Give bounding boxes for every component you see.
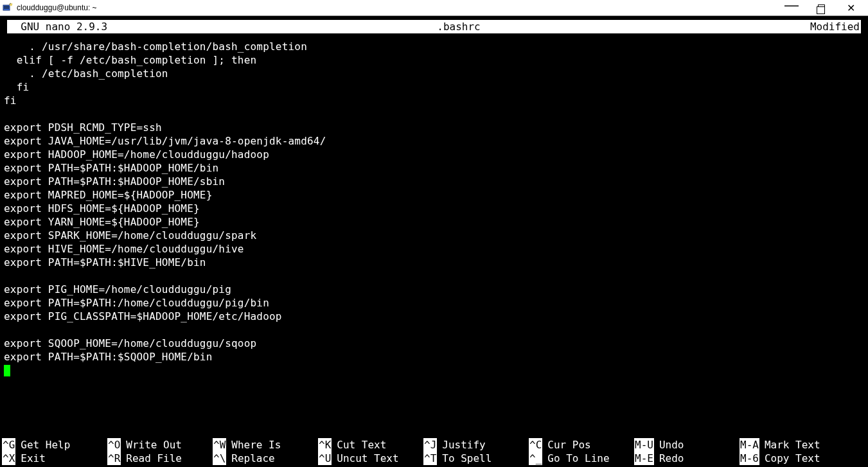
shortcut-label: Where Is [231, 438, 281, 452]
shortcut-label: Justify [442, 438, 485, 452]
shortcut-label: Read File [126, 452, 182, 465]
editor-line [4, 269, 864, 283]
shortcut-label: Exit [21, 452, 46, 465]
shortcut-row-1: ^GGet Help^OWrite Out^WWhere Is^KCut Tex… [2, 438, 866, 452]
nano-header-bar: GNU nano 2.9.3 .bashrc Modified [7, 20, 861, 33]
shortcut-key: M-E [634, 452, 654, 465]
shortcut-label: Get Help [21, 438, 70, 452]
shortcut-item: ^WWhere Is [213, 438, 318, 452]
shortcut-key: ^C [529, 438, 542, 452]
editor-line: export HIVE_HOME=/home/cloudduggu/hive [4, 242, 864, 256]
svg-rect-1 [4, 6, 9, 9]
shortcut-key: ^K [318, 438, 332, 452]
shortcut-key: ^T [423, 452, 437, 465]
editor-line: export PATH=$PATH:$HADOOP_HOME/sbin [4, 175, 864, 188]
editor-line: export SQOOP_HOME=/home/cloudduggu/sqoop [4, 337, 864, 350]
shortcut-label: Write Out [126, 438, 182, 452]
shortcut-item: ^XExit [2, 452, 107, 465]
editor-content[interactable]: . /usr/share/bash-completion/bash_comple… [2, 33, 866, 377]
shortcut-item: ^KCut Text [318, 438, 423, 452]
nano-filename: .bashrc [107, 20, 810, 33]
terminal-area[interactable]: GNU nano 2.9.3 .bashrc Modified . /usr/s… [0, 16, 868, 467]
editor-line: export YARN_HOME=${HADOOP_HOME} [4, 215, 864, 229]
shortcut-item: ^OWrite Out [107, 438, 213, 452]
editor-line: export SPARK_HOME=/home/cloudduggu/spark [4, 229, 864, 242]
shortcut-key: ^R [107, 452, 121, 465]
editor-line: export HADOOP_HOME=/home/cloudduggu/hado… [4, 148, 864, 161]
editor-line [4, 107, 864, 121]
shortcut-label: Mark Text [765, 438, 820, 452]
shortcut-key: ^W [213, 438, 226, 452]
editor-line: export PATH=$PATH:$SQOOP_HOME/bin [4, 350, 864, 364]
shortcut-label: Redo [659, 452, 684, 465]
shortcut-item: ^\Replace [213, 452, 318, 465]
editor-line: export PATH=$PATH:$HADOOP_HOME/bin [4, 161, 864, 175]
close-button[interactable]: ✕ [836, 0, 865, 15]
editor-line: export PATH=$PATH:/home/cloudduggu/pig/b… [4, 296, 864, 310]
maximize-button[interactable] [806, 0, 836, 15]
shortcut-key: ^G [2, 438, 15, 452]
nano-app-name: GNU nano 2.9.3 [8, 20, 107, 33]
editor-line: export PDSH_RCMD_TYPE=ssh [4, 121, 864, 134]
window-titlebar: cloudduggu@ubuntu: ~ — ✕ [0, 0, 868, 16]
window-title: cloudduggu@ubuntu: ~ [17, 3, 777, 12]
shortcut-key: ^J [423, 438, 437, 452]
shortcut-item: M-UUndo [634, 438, 740, 452]
shortcut-item: M-ERedo [634, 452, 740, 465]
editor-line: fi [4, 80, 864, 94]
shortcut-key: M-A [740, 438, 759, 452]
putty-icon [3, 3, 13, 13]
nano-shortcut-bar: ^GGet Help^OWrite Out^WWhere Is^KCut Tex… [2, 438, 866, 465]
editor-line: export PIG_CLASSPATH=$HADOOP_HOME/etc/Ha… [4, 310, 864, 323]
shortcut-label: Replace [231, 452, 274, 465]
cursor [4, 365, 10, 376]
shortcut-item: ^CCur Pos [529, 438, 634, 452]
editor-line: . /etc/bash_completion [4, 67, 864, 80]
shortcut-item: M-6Copy Text [740, 452, 845, 465]
nano-status: Modified [810, 20, 860, 33]
shortcut-item: ^RRead File [107, 452, 213, 465]
shortcut-item: ^_Go To Line [529, 452, 634, 465]
shortcut-key: ^U [318, 452, 332, 465]
shortcut-item: ^UUncut Text [318, 452, 423, 465]
shortcut-item: M-AMark Text [740, 438, 845, 452]
shortcut-key: M-6 [740, 452, 759, 465]
editor-line: export PIG_HOME=/home/cloudduggu/pig [4, 283, 864, 296]
shortcut-key: ^X [2, 452, 15, 465]
shortcut-key: ^\ [213, 452, 226, 465]
shortcut-row-2: ^XExit^RRead File^\Replace^UUncut Text^T… [2, 452, 866, 465]
editor-line: fi [4, 94, 864, 107]
shortcut-key: ^_ [529, 452, 542, 465]
minimize-button[interactable]: — [777, 0, 806, 15]
shortcut-label: Uncut Text [337, 452, 398, 465]
shortcut-label: Undo [659, 438, 684, 452]
shortcut-key: M-U [634, 438, 654, 452]
editor-line [4, 323, 864, 337]
editor-line: export MAPRED_HOME=${HADOOP_HOME} [4, 188, 864, 202]
shortcut-item: ^GGet Help [2, 438, 107, 452]
editor-line: . /usr/share/bash-completion/bash_comple… [4, 40, 864, 53]
shortcut-label: Cur Pos [547, 438, 590, 452]
editor-line: elif [ -f /etc/bash_completion ]; then [4, 53, 864, 67]
editor-line [4, 364, 864, 377]
editor-line: export PATH=$PATH:$HIVE_HOME/bin [4, 256, 864, 269]
shortcut-label: To Spell [442, 452, 492, 465]
shortcut-label: Go To Line [547, 452, 609, 465]
editor-line: export HDFS_HOME=${HADOOP_HOME} [4, 202, 864, 215]
editor-line: export JAVA_HOME=/usr/lib/jvm/java-8-ope… [4, 134, 864, 148]
shortcut-item: ^TTo Spell [423, 452, 529, 465]
shortcut-label: Cut Text [337, 438, 386, 452]
window-controls: — ✕ [777, 0, 865, 15]
shortcut-label: Copy Text [765, 452, 820, 465]
shortcut-item: ^JJustify [423, 438, 529, 452]
shortcut-key: ^O [107, 438, 121, 452]
